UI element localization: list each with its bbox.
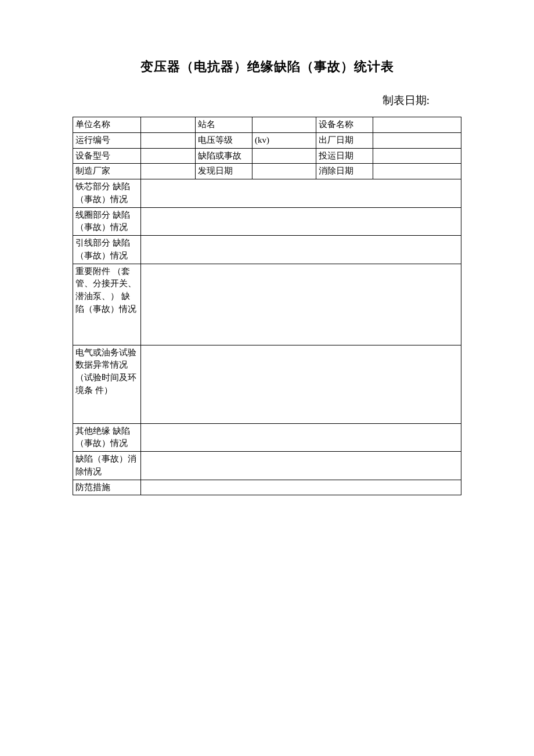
cell-value — [141, 148, 196, 164]
cell-label: 发现日期 — [196, 164, 252, 179]
header-row: 制造厂家 发现日期 消除日期 — [73, 164, 461, 179]
cell-value — [373, 164, 461, 179]
section-row: 重要附件 （套管、分接开关、潜油泵、） 缺陷（事故）情况 — [73, 264, 461, 345]
section-value — [141, 179, 461, 208]
section-row: 引线部分 缺陷（事故）情况 — [73, 236, 461, 264]
cell-label: 制造厂家 — [73, 164, 141, 179]
section-row: 铁芯部分 缺陷（事故）情况 — [73, 179, 461, 208]
section-value — [141, 207, 461, 236]
cell-value — [252, 117, 316, 133]
section-value — [141, 345, 461, 423]
header-row: 运行编号 电压等级 (kv) 出厂日期 — [73, 132, 461, 148]
cell-value — [141, 117, 196, 133]
cell-label: 运行编号 — [73, 132, 141, 148]
section-label: 电气或油务试验数据异常情况 （试验时间及环境条 件） — [73, 345, 141, 423]
cell-label: 出厂日期 — [316, 132, 373, 148]
section-value — [141, 264, 461, 345]
section-label: 缺陷（事故）消除情况 — [73, 452, 141, 480]
cell-value — [252, 148, 316, 164]
section-value — [141, 480, 461, 495]
cell-label: 电压等级 — [196, 132, 252, 148]
cell-value — [141, 132, 196, 148]
section-row: 其他绝缘 缺陷（事故）情况 — [73, 423, 461, 452]
section-label: 引线部分 缺陷（事故）情况 — [73, 236, 141, 264]
section-value — [141, 423, 461, 452]
section-row: 防范措施 — [73, 480, 461, 495]
cell-label: 缺陷或事故 — [196, 148, 252, 164]
cell-label: 单位名称 — [73, 117, 141, 133]
cell-label: 设备名称 — [316, 117, 373, 133]
section-row: 缺陷（事故）消除情况 — [73, 452, 461, 480]
section-value — [141, 236, 461, 264]
page-title: 变压器（电抗器）绝缘缺陷（事故）统计表 — [73, 58, 461, 75]
section-label: 重要附件 （套管、分接开关、潜油泵、） 缺陷（事故）情况 — [73, 264, 141, 345]
cell-value — [373, 117, 461, 133]
date-label: 制表日期: — [73, 93, 461, 108]
cell-label: 设备型号 — [73, 148, 141, 164]
section-label: 线圈部分 缺陷（事故）情况 — [73, 207, 141, 236]
section-label: 铁芯部分 缺陷（事故）情况 — [73, 179, 141, 208]
section-value — [141, 452, 461, 480]
section-row: 电气或油务试验数据异常情况 （试验时间及环境条 件） — [73, 345, 461, 423]
cell-value — [252, 164, 316, 179]
cell-value: (kv) — [252, 132, 316, 148]
cell-value — [373, 148, 461, 164]
header-row: 设备型号 缺陷或事故 投运日期 — [73, 148, 461, 164]
header-row: 单位名称 站名 设备名称 — [73, 117, 461, 133]
section-label: 其他绝缘 缺陷（事故）情况 — [73, 423, 141, 452]
cell-label: 消除日期 — [316, 164, 373, 179]
statistics-table: 单位名称 站名 设备名称 运行编号 电压等级 (kv) 出厂日期 设备型号 缺陷… — [73, 117, 461, 495]
cell-value — [373, 132, 461, 148]
cell-value — [141, 164, 196, 179]
cell-label: 站名 — [196, 117, 252, 133]
cell-label: 投运日期 — [316, 148, 373, 164]
section-row: 线圈部分 缺陷（事故）情况 — [73, 207, 461, 236]
section-label: 防范措施 — [73, 480, 141, 495]
